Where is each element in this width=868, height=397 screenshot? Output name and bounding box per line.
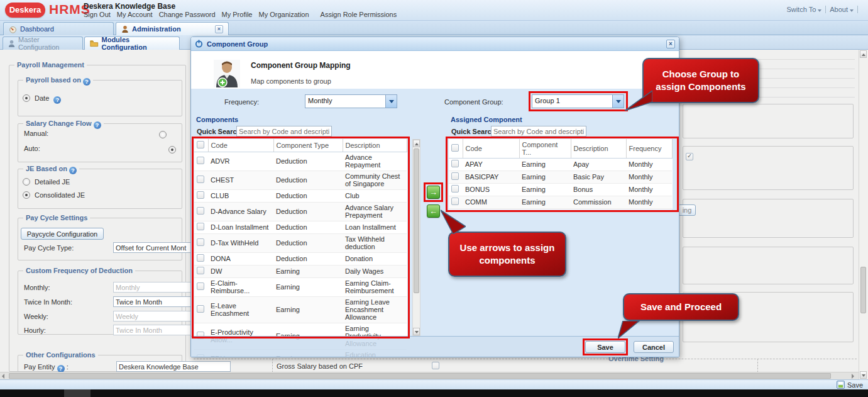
chevron-down-icon[interactable] [612,95,624,108]
help-icon[interactable]: ? [53,96,61,104]
table-row[interactable]: DWEarningDaily Wages [194,266,407,278]
scrollbar-thumb[interactable] [860,267,866,313]
col-component-type[interactable]: Component T... [519,139,571,159]
row-checkbox[interactable] [197,267,204,274]
fieldset-legend: Pay Cycle Settings [23,214,90,221]
row-checkbox[interactable] [197,238,204,246]
divider [857,6,858,13]
frequency-select[interactable]: Monthly [305,94,397,108]
menu-my-account[interactable]: My Account [117,11,153,18]
col-description[interactable]: Description [571,139,626,159]
menu-change-password[interactable]: Change Password [159,11,216,18]
header-menu: Sign Out My Account Change Password My P… [84,11,397,18]
save-button[interactable]: Save [585,341,625,353]
vertical-scrollbar[interactable] [859,50,868,379]
row-checkbox[interactable] [197,305,204,313]
components-search-input[interactable] [236,126,332,137]
cell-type: Earning [519,159,571,171]
table-row[interactable]: D-Tax WithHeldDeductionTax Withheld dedu… [194,234,407,253]
row-checkbox[interactable] [197,254,204,262]
help-icon[interactable]: ? [83,78,91,86]
dialog-close-icon[interactable]: × [666,40,675,48]
table-row[interactable]: BONUSEarningBonusMonthly [449,184,672,196]
gross-salary-cpf-checkbox[interactable] [432,362,439,369]
assigned-search-input[interactable] [491,126,586,137]
scroll-down-icon[interactable] [860,371,867,379]
col-code[interactable]: Code [463,139,519,159]
row-checkbox[interactable] [197,157,204,164]
tab-label: Dashboard [20,25,54,33]
switch-to-menu[interactable]: Switch To [786,6,821,13]
manual-radio[interactable] [159,131,167,138]
cell-code: BONUS [463,184,519,196]
col-component-type[interactable]: Component Type [273,139,343,152]
about-menu[interactable]: About [830,6,854,13]
table-row[interactable]: E-Leave EncashmentEarningEarning Leave E… [194,297,407,323]
table-row[interactable]: DONADeductionDonation [194,253,407,266]
chevron-down-icon[interactable] [385,95,397,108]
bg-checkbox[interactable] [686,153,693,160]
col-frequency[interactable]: Frequency [626,139,672,159]
row-checkbox[interactable] [451,185,459,193]
scroll-left-icon[interactable] [2,374,4,379]
col-description[interactable]: Description [343,139,407,152]
dialog-titlebar[interactable]: Component Group × [191,37,679,51]
menu-assign-role-permissions[interactable]: Assign Role Permissions [321,11,397,18]
menu-my-profile[interactable]: My Profile [222,11,253,18]
scroll-up-icon[interactable] [413,140,420,147]
tab-dashboard[interactable]: Dashboard [3,22,114,35]
scroll-down-icon[interactable] [413,328,420,335]
help-icon[interactable]: ? [69,167,77,174]
date-radio[interactable] [23,94,30,102]
cell-desc: Donation [343,253,407,266]
status-bar: Save [0,379,868,389]
col-code[interactable]: Code [208,139,273,152]
help-icon[interactable]: ? [94,121,101,129]
menu-sign-out[interactable]: Sign Out [84,11,111,18]
tab-master-configuration[interactable]: Master Configuration [3,36,83,50]
tab-administration[interactable]: Administration × [116,22,229,35]
row-checkbox[interactable] [197,176,204,183]
table-row[interactable]: E-Claim-Reimburse...EarningEarning Claim… [194,278,407,297]
row-checkbox[interactable] [197,191,204,199]
table-row[interactable]: ADVRDeductionAdvance Repayment [194,152,407,171]
table-row[interactable]: CHESTDeductionCommunity Chest of Singapo… [194,171,407,190]
logo-text: Deskera [9,5,41,14]
select-all-checkbox[interactable] [197,141,204,148]
paycycle-configuration-button[interactable]: Paycycle Configuration [21,228,104,240]
scrollbar-thumb[interactable] [414,148,419,293]
row-checkbox[interactable] [451,198,459,205]
horizontal-scrollbar[interactable] [0,372,859,379]
table-row[interactable]: D-Loan InstallmentDeductionLoan Installm… [194,221,407,234]
row-checkbox[interactable] [197,207,204,215]
person-icon [8,40,15,48]
table-row[interactable]: BASICPAYEarningBasic PayMonthly [449,171,672,184]
callout-tail [618,321,640,338]
row-checkbox[interactable] [451,160,459,167]
select-all-checkbox[interactable] [451,144,459,152]
table-row[interactable]: CLUBDeductionClub [194,190,407,203]
row-checkbox[interactable] [451,172,459,180]
detailed-je-radio[interactable] [23,178,30,186]
table-row[interactable]: COMMEarningCommissionMonthly [449,196,672,209]
scrollbar-thumb[interactable] [9,373,831,379]
detailed-je-label: Detailed JE [35,178,70,186]
auto-radio[interactable] [168,146,176,154]
tab-modules-configuration[interactable]: Modules Configuration [84,36,180,50]
table-row[interactable]: APAYEarningApayMonthly [449,159,672,171]
table-row[interactable]: D-Advance SalaryDeductionAdvance Salary … [194,203,407,221]
components-scrollbar[interactable] [412,139,420,336]
tab-close-icon[interactable]: × [215,25,223,33]
bg-button-fragment[interactable]: ing [678,204,696,216]
component-group-select[interactable]: Group 1 [532,94,624,108]
cancel-button[interactable]: Cancel [634,341,674,353]
row-checkbox[interactable] [197,282,204,290]
assign-right-arrow-button[interactable]: → [427,186,440,199]
row-checkbox[interactable] [197,223,204,230]
menu-my-organization[interactable]: My Organization [258,11,309,18]
consolidated-je-radio[interactable] [23,191,30,199]
statusbar-save-button[interactable]: Save [837,381,863,389]
unassign-left-arrow-button[interactable]: ← [427,204,440,218]
scroll-up-icon[interactable] [860,50,867,58]
scroll-right-icon[interactable] [852,374,854,379]
